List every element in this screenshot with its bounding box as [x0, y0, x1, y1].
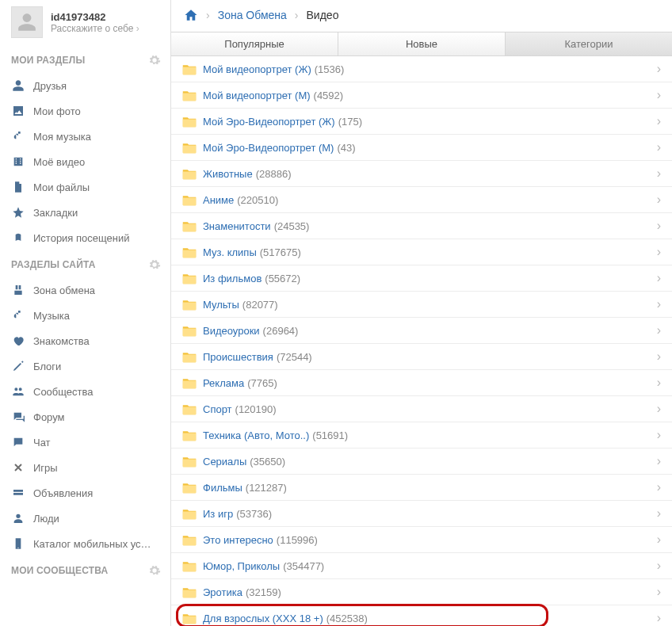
- sidebar-item-my-music[interactable]: Моя музыка: [0, 124, 170, 149]
- category-row[interactable]: Из фильмов(55672)›: [171, 265, 672, 292]
- category-row[interactable]: Видеоуроки(26964)›: [171, 318, 672, 344]
- sidebar-item-my-video[interactable]: Моё видео: [0, 149, 170, 174]
- category-count: (82077): [242, 299, 278, 311]
- breadcrumb-link[interactable]: Зона Обмена: [218, 9, 287, 21]
- category-row[interactable]: Это интересно(115996)›: [171, 527, 672, 553]
- sidebar-item-site-chat[interactable]: Чат: [0, 429, 170, 455]
- sidebar-item-site-music[interactable]: Музыка: [0, 303, 170, 328]
- sidebar-item-label: Люди: [33, 513, 59, 525]
- category-row[interactable]: Эротика(32159)›: [171, 579, 672, 605]
- music-icon: [11, 129, 25, 143]
- chevron-right-icon: ›: [657, 271, 661, 285]
- category-name: Из фильмов: [203, 273, 262, 284]
- category-row[interactable]: Сериалы(35650)›: [171, 449, 672, 475]
- history-icon: [11, 231, 25, 245]
- category-row[interactable]: Мой Эро-Видеопортрет (М)(43)›: [171, 135, 672, 161]
- category-count: (120190): [235, 403, 277, 415]
- category-name: Знаменитости: [203, 220, 271, 232]
- category-row[interactable]: Спорт(120190)›: [171, 396, 672, 422]
- profile-block[interactable]: id41973482 Расскажите о себе: [0, 0, 170, 46]
- home-icon[interactable]: [184, 8, 198, 22]
- category-count: (452538): [326, 613, 368, 624]
- sidebar-item-site-ads[interactable]: Объявления: [0, 480, 170, 506]
- sidebar-item-label: Закладки: [33, 207, 78, 219]
- sidebar-item-site-people[interactable]: Люди: [0, 506, 170, 531]
- heart-icon: [11, 334, 25, 348]
- sidebar-item-my-file[interactable]: Мои файлы: [0, 174, 170, 200]
- category-row[interactable]: Фильмы(121287)›: [171, 475, 672, 501]
- gear-icon[interactable]: [148, 54, 161, 67]
- chevron-right-icon: ›: [657, 506, 661, 521]
- profile-subtitle[interactable]: Расскажите о себе: [51, 23, 139, 34]
- main: › Зона Обмена › Видео Популярные Новые К…: [171, 0, 672, 626]
- sidebar-item-site-exchange[interactable]: Зона обмена: [0, 277, 170, 303]
- category-row[interactable]: Знаменитости(24535)›: [171, 213, 672, 239]
- folder-icon: [182, 90, 197, 101]
- section-header-communities: МОИ СООБЩЕСТВА: [0, 556, 170, 583]
- category-row[interactable]: Техника (Авто, Мото..)(51691)›: [171, 422, 672, 449]
- category-name: Сериалы: [203, 456, 246, 468]
- folder-icon: [182, 168, 197, 180]
- category-list: Мой видеопортрет (Ж)(1536)›Мой видеопорт…: [171, 56, 672, 626]
- sidebar-item-label: Блоги: [33, 361, 61, 372]
- section-header-my: МОИ РАЗДЕЛЫ: [0, 46, 170, 73]
- folder-icon: [182, 534, 197, 546]
- sidebar: id41973482 Расскажите о себе МОИ РАЗДЕЛЫ…: [0, 0, 171, 626]
- category-row[interactable]: Животные(28886)›: [171, 161, 672, 187]
- category-row[interactable]: Мой видеопортрет (М)(4592)›: [171, 82, 672, 109]
- gear-icon[interactable]: [148, 258, 161, 271]
- sidebar-item-label: История посещений: [33, 232, 130, 244]
- sidebar-item-site-community[interactable]: Сообщества: [0, 379, 170, 404]
- chat-icon: [11, 435, 25, 449]
- folder-icon: [182, 377, 197, 389]
- sidebar-item-site-games[interactable]: Игры: [0, 455, 170, 480]
- category-row[interactable]: Реклама(7765)›: [171, 370, 672, 396]
- category-row[interactable]: Аниме(220510)›: [171, 187, 672, 213]
- section-title-site: РАЗДЕЛЫ САЙТА: [11, 259, 96, 270]
- category-count: (24535): [274, 220, 310, 232]
- sidebar-item-my-user[interactable]: Друзья: [0, 73, 170, 98]
- chevron-right-icon: ›: [657, 402, 661, 416]
- tab-categories[interactable]: Категории: [506, 32, 672, 55]
- music-icon: [11, 308, 25, 323]
- category-row[interactable]: Муз. клипы(517675)›: [171, 239, 672, 265]
- sidebar-item-site-mobile[interactable]: Каталог мобильных ус…: [0, 531, 170, 556]
- category-count: (1536): [315, 63, 345, 75]
- tab-popular[interactable]: Популярные: [171, 32, 338, 55]
- category-count: (53736): [236, 508, 272, 520]
- category-row[interactable]: Юмор, Приколы(354477)›: [171, 553, 672, 579]
- tab-new[interactable]: Новые: [338, 32, 506, 55]
- sidebar-item-site-heart[interactable]: Знакомства: [0, 328, 170, 353]
- chevron-right-icon: ›: [657, 532, 661, 547]
- sidebar-item-site-forum[interactable]: Форум: [0, 404, 170, 429]
- category-count: (28886): [256, 168, 292, 180]
- folder-icon: [182, 220, 197, 232]
- chevron-right-icon: ›: [657, 585, 661, 599]
- games-icon: [11, 460, 25, 475]
- community-icon: [11, 384, 25, 399]
- tabs: Популярные Новые Категории: [171, 32, 672, 56]
- avatar: [11, 6, 43, 38]
- sidebar-item-my-star[interactable]: Закладки: [0, 200, 170, 225]
- sidebar-item-my-photo[interactable]: Мои фото: [0, 98, 170, 124]
- breadcrumb-current: Видео: [307, 9, 339, 21]
- section-header-site: РАЗДЕЛЫ САЙТА: [0, 250, 170, 277]
- folder-icon: [182, 325, 197, 337]
- gear-icon[interactable]: [148, 564, 161, 577]
- sidebar-item-my-history[interactable]: История посещений: [0, 225, 170, 250]
- category-count: (354477): [283, 560, 324, 572]
- category-count: (121287): [246, 482, 287, 494]
- category-row[interactable]: Мой видеопортрет (Ж)(1536)›: [171, 56, 672, 82]
- category-count: (72544): [277, 351, 312, 363]
- sidebar-item-label: Объявления: [33, 487, 93, 499]
- chevron-right-icon: ›: [657, 62, 661, 76]
- category-row[interactable]: Мой Эро-Видеопортрет (Ж)(175)›: [171, 109, 672, 135]
- category-name: Из игр: [203, 508, 233, 520]
- category-row[interactable]: Из игр(53736)›: [171, 501, 672, 527]
- category-count: (220510): [237, 194, 278, 206]
- sidebar-item-site-pen[interactable]: Блоги: [0, 353, 170, 379]
- category-row[interactable]: Мульты(82077)›: [171, 292, 672, 318]
- category-row[interactable]: Для взрослых (XXX 18 +)(452538)›: [171, 605, 672, 626]
- category-row[interactable]: Происшествия(72544)›: [171, 344, 672, 370]
- category-count: (55672): [265, 273, 300, 284]
